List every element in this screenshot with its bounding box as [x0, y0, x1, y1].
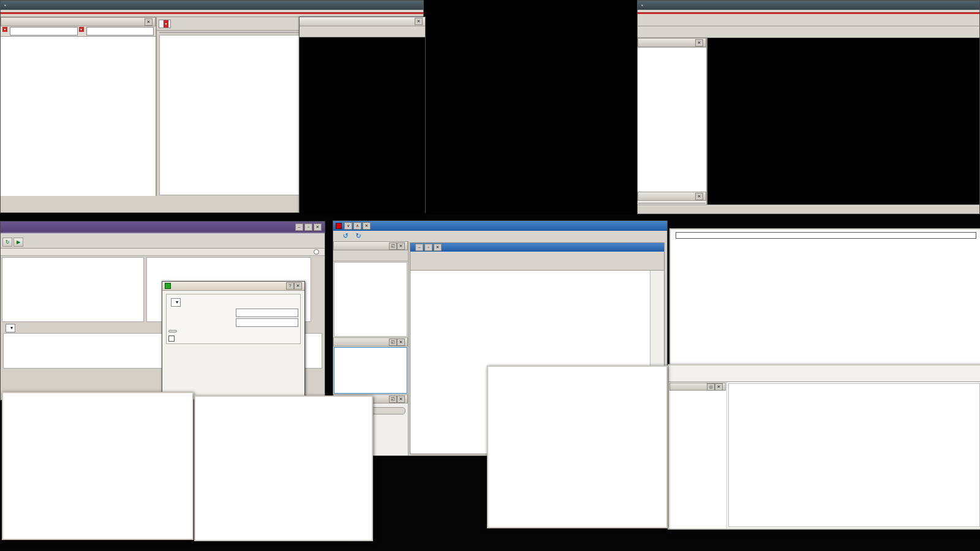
history-toggle[interactable] — [314, 249, 321, 255]
property-table — [638, 203, 706, 204]
navigator-list — [638, 48, 706, 192]
constellation-canvas[interactable] — [488, 367, 664, 525]
farfield-canvas[interactable] — [729, 384, 979, 526]
close-icon[interactable]: ✕ — [715, 383, 723, 391]
undock-icon[interactable]: ◱ — [389, 242, 397, 250]
window-jsurface — [669, 228, 980, 367]
close-icon[interactable]: ✕ — [294, 282, 302, 290]
minimize-icon[interactable]: – — [415, 244, 423, 251]
ff-key-panel: ◎✕ — [669, 382, 727, 528]
setup-filter-input[interactable] — [10, 27, 78, 36]
viva-titlebar[interactable]: ✕ — [300, 17, 425, 26]
filter-funnel-icon[interactable]: ▾ — [79, 27, 84, 32]
help-icon[interactable]: ? — [286, 282, 294, 290]
sch-statusbar — [638, 204, 979, 206]
tones-select[interactable]: ▾ — [171, 298, 181, 307]
maximize-icon[interactable]: ▫ — [304, 223, 312, 231]
ade-titlebar[interactable]: ◔ — [1, 1, 423, 10]
window-constellation — [487, 365, 668, 528]
undock-icon[interactable]: ◱ — [389, 339, 397, 346]
chip-layout-canvas[interactable] — [424, 0, 637, 214]
jsurf-colorbar — [676, 232, 976, 239]
undock-icon[interactable]: ◎ — [707, 383, 715, 391]
close-icon[interactable]: ✕ — [415, 18, 423, 25]
window-farfield: ◎✕ — [668, 364, 980, 530]
dialog-edit-analysis: ?✕ ▾ — [162, 281, 305, 400]
pw-titlebar[interactable]: –▫✕ — [1, 222, 325, 232]
setup-filter-input[interactable] — [86, 27, 154, 36]
close-icon[interactable]: ✕ — [434, 244, 442, 251]
setup-tree — [334, 347, 407, 394]
rfpro-titlebar[interactable]: ∨∧✕ — [333, 221, 667, 231]
rfpro-icon — [336, 223, 342, 229]
close-icon[interactable]: ✕ — [363, 222, 371, 230]
spectrum1-canvas[interactable] — [3, 393, 190, 536]
window-spectrum2 — [194, 395, 373, 541]
sch-titlebar[interactable]: ◔ — [638, 1, 979, 10]
restore-icon[interactable]: ▫ — [424, 244, 432, 251]
pw-side-icons — [312, 256, 325, 323]
num-harmonics-input[interactable] — [236, 318, 298, 327]
setup-panel-header[interactable]: ✕ — [1, 17, 156, 26]
close-icon[interactable]: ✕ — [397, 242, 405, 250]
setup-filter-row: ▾ ▾ — [1, 26, 156, 36]
varset-select[interactable]: ▾ — [6, 324, 15, 332]
expand-icon[interactable]: ∧ — [353, 222, 361, 230]
sch-canvas[interactable] — [707, 38, 979, 197]
panel-chip-layout — [424, 0, 637, 214]
app-icon: ◔ — [640, 2, 643, 9]
undo-icon[interactable]: ↺ — [341, 232, 350, 240]
close-icon[interactable]: ✕ — [397, 339, 405, 346]
sch-canvas-wrap[interactable] — [707, 38, 979, 204]
dialog-icon — [165, 283, 171, 289]
close-icon[interactable]: ✕ — [695, 39, 703, 47]
close-icon[interactable]: ✕ — [314, 223, 322, 231]
window-spectrum1 — [2, 392, 194, 540]
close-icon[interactable]: ✕ — [397, 395, 405, 403]
property-tabs — [638, 201, 706, 202]
sch-left-panels: ✕ ✕ — [638, 38, 707, 204]
window-viva-graph: ✕ — [299, 17, 426, 213]
osc-checkbox[interactable] — [168, 335, 175, 342]
spectrum2-canvas[interactable] — [195, 397, 369, 538]
fund-freq-input[interactable] — [236, 309, 298, 317]
app-icon: ◔ — [3, 2, 6, 9]
ade-setup-panel: ✕ ▾ ▾ — [1, 17, 157, 196]
undock-icon[interactable]: ◱ — [389, 395, 397, 403]
desktop: ◔ ✕ ▾ ▾ — [0, 0, 980, 551]
jsurf-canvas[interactable] — [671, 239, 979, 348]
detail-select[interactable]: ▾ — [159, 20, 171, 28]
display-harmonic-table-button[interactable] — [168, 330, 177, 332]
close-icon[interactable]: ✕ — [145, 18, 153, 26]
viva-canvas — [300, 37, 425, 214]
project-tree — [334, 262, 407, 337]
pw-variables-table — [2, 257, 144, 322]
filter-funnel-icon[interactable]: ▾ — [2, 27, 7, 32]
window-schematic-editor: ◔ ✕ ✕ — [637, 0, 980, 214]
setup-tree — [1, 37, 156, 196]
netlist-run-icon[interactable]: ↻ — [2, 238, 12, 247]
close-icon[interactable]: ✕ — [695, 193, 703, 200]
collapse-icon[interactable]: ∨ — [344, 222, 352, 230]
run-icon[interactable]: ▶ — [13, 238, 23, 247]
minimize-icon[interactable]: – — [295, 223, 303, 231]
redo-icon[interactable]: ↻ — [354, 232, 363, 240]
